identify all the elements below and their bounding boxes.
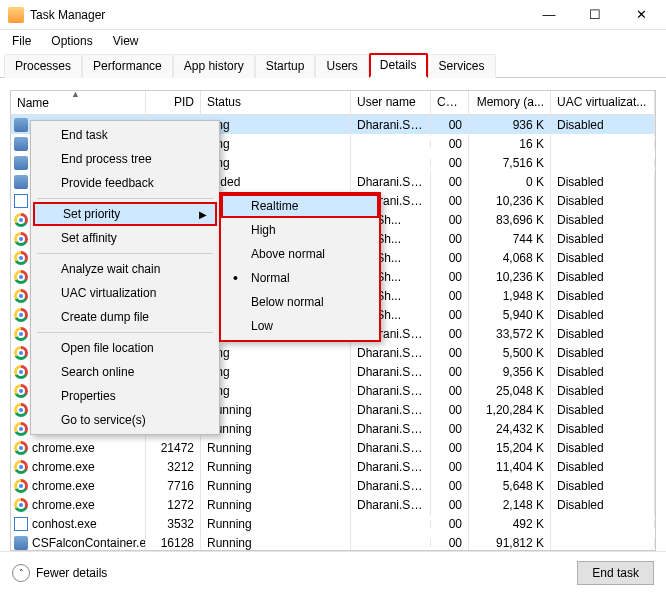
menu-item-end-task[interactable]: End task <box>33 123 217 147</box>
process-icon <box>14 289 28 303</box>
col-uac[interactable]: UAC virtualizat... <box>551 91 655 114</box>
cell-user <box>351 140 431 148</box>
menu-item-analyze-wait-chain[interactable]: Analyze wait chain <box>33 257 217 281</box>
menu-separator <box>37 198 213 199</box>
process-icon <box>14 308 28 322</box>
cell-user: Dharani.Sh... <box>351 115 431 136</box>
process-icon <box>14 403 28 417</box>
menu-item-set-priority[interactable]: Set priority▶ <box>33 202 217 226</box>
cell-uac <box>551 539 655 547</box>
process-icon <box>14 251 28 265</box>
process-icon <box>14 232 28 246</box>
cell-status: Running <box>201 532 351 551</box>
process-icon <box>14 213 28 227</box>
menu-item-create-dump-file[interactable]: Create dump file <box>33 305 217 329</box>
menu-item-properties[interactable]: Properties <box>33 384 217 408</box>
process-icon <box>14 422 28 436</box>
col-pid[interactable]: PID <box>146 91 201 114</box>
footer: ˄ Fewer details End task <box>0 551 666 593</box>
menu-item-search-online[interactable]: Search online <box>33 360 217 384</box>
chevron-up-icon: ˄ <box>12 564 30 582</box>
tab-details[interactable]: Details <box>369 53 428 78</box>
menu-item-end-process-tree[interactable]: End process tree <box>33 147 217 171</box>
menu-file[interactable]: File <box>4 32 39 50</box>
priority-label: Above normal <box>251 247 325 261</box>
cell-user: Dharani.Sh... <box>351 494 431 516</box>
menu-bar: File Options View <box>0 30 666 52</box>
col-status[interactable]: Status <box>201 91 351 114</box>
cell-uac <box>551 140 655 148</box>
cell-uac: Disabled <box>551 494 655 516</box>
priority-item-normal[interactable]: •Normal <box>223 266 377 290</box>
table-row[interactable]: conhost.exe3532Running00492 K <box>11 514 655 533</box>
menu-options[interactable]: Options <box>43 32 100 50</box>
process-name: chrome.exe <box>32 479 95 493</box>
process-icon <box>14 270 28 284</box>
process-name: chrome.exe <box>32 441 95 455</box>
window-title: Task Manager <box>30 8 526 22</box>
tab-bar: ProcessesPerformanceApp historyStartupUs… <box>0 52 666 78</box>
tab-users[interactable]: Users <box>315 54 368 78</box>
menu-item-open-file-location[interactable]: Open file location <box>33 336 217 360</box>
cell-cpu: 00 <box>431 532 469 551</box>
process-icon <box>14 384 28 398</box>
table-row[interactable]: chrome.exe3212RunningDharani.Sh...0011,4… <box>11 457 655 476</box>
tab-services[interactable]: Services <box>428 54 496 78</box>
menu-item-go-to-service-s-[interactable]: Go to service(s) <box>33 408 217 432</box>
process-icon <box>14 460 28 474</box>
submenu-arrow-icon: ▶ <box>199 209 207 220</box>
process-icon <box>14 536 28 550</box>
priority-label: Normal <box>251 271 290 285</box>
table-row[interactable]: chrome.exe1272RunningDharani.Sh...002,14… <box>11 495 655 514</box>
col-cpu[interactable]: CPU <box>431 91 469 114</box>
process-icon <box>14 365 28 379</box>
menu-item-provide-feedback[interactable]: Provide feedback <box>33 171 217 195</box>
priority-item-below-normal[interactable]: Below normal <box>223 290 377 314</box>
cell-uac <box>551 159 655 167</box>
menu-item-set-affinity[interactable]: Set affinity <box>33 226 217 250</box>
table-row[interactable]: chrome.exe7716RunningDharani.Sh...005,64… <box>11 476 655 495</box>
cell-uac: Disabled <box>551 115 655 136</box>
process-icon <box>14 175 28 189</box>
sort-indicator-icon: ▲ <box>71 90 80 99</box>
priority-item-high[interactable]: High <box>223 218 377 242</box>
checked-indicator-icon: • <box>233 270 238 286</box>
cell-user <box>351 520 431 528</box>
process-icon <box>14 118 28 132</box>
maximize-button[interactable]: ☐ <box>572 1 618 29</box>
col-user[interactable]: User name <box>351 91 431 114</box>
priority-item-low[interactable]: Low <box>223 314 377 338</box>
table-row[interactable]: chrome.exe21472RunningDharani.Sh...0015,… <box>11 438 655 457</box>
cell-user <box>351 159 431 167</box>
menu-separator <box>37 332 213 333</box>
priority-label: Low <box>251 319 273 333</box>
tab-performance[interactable]: Performance <box>82 54 173 78</box>
fewer-details-button[interactable]: ˄ Fewer details <box>12 564 107 582</box>
cell-uac <box>551 520 655 528</box>
tab-startup[interactable]: Startup <box>255 54 316 78</box>
priority-label: Realtime <box>251 199 298 213</box>
tab-app-history[interactable]: App history <box>173 54 255 78</box>
priority-label: High <box>251 223 276 237</box>
end-task-button[interactable]: End task <box>577 561 654 585</box>
minimize-button[interactable]: — <box>526 1 572 29</box>
close-button[interactable]: ✕ <box>618 1 664 29</box>
title-bar: Task Manager — ☐ ✕ <box>0 0 666 30</box>
priority-item-above-normal[interactable]: Above normal <box>223 242 377 266</box>
grid-header: ▲ Name PID Status User name CPU Memory (… <box>11 91 655 115</box>
col-mem[interactable]: Memory (a... <box>469 91 551 114</box>
process-name: CSFalconContainer.e <box>32 536 146 550</box>
process-name: chrome.exe <box>32 498 95 512</box>
menu-separator <box>37 253 213 254</box>
process-icon <box>14 517 28 531</box>
process-icon <box>14 441 28 455</box>
menu-item-uac-virtualization[interactable]: UAC virtualization <box>33 281 217 305</box>
menu-view[interactable]: View <box>105 32 147 50</box>
priority-item-realtime[interactable]: Realtime <box>221 194 379 218</box>
process-name: chrome.exe <box>32 460 95 474</box>
process-icon <box>14 479 28 493</box>
window-buttons: — ☐ ✕ <box>526 1 664 29</box>
table-row[interactable]: CSFalconContainer.e16128Running0091,812 … <box>11 533 655 550</box>
process-icon <box>14 194 28 208</box>
tab-processes[interactable]: Processes <box>4 54 82 78</box>
